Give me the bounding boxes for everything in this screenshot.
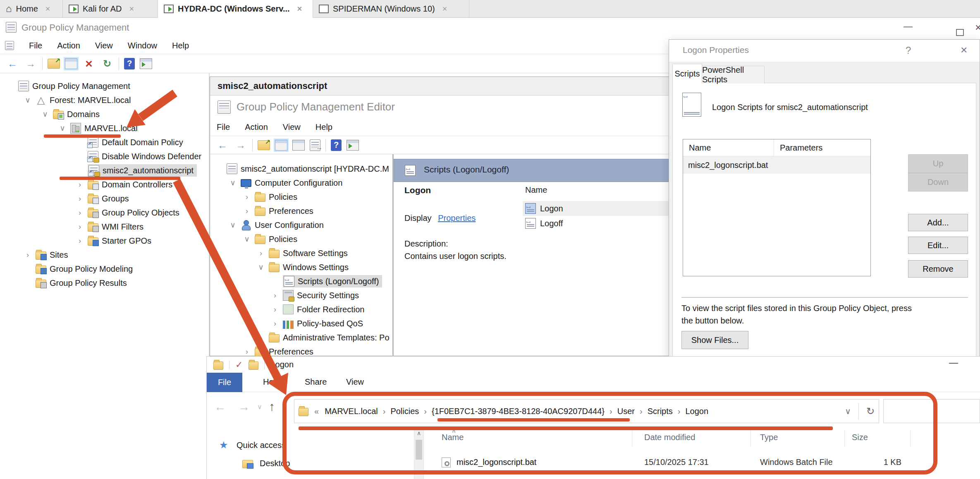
tree-item-groups[interactable]: › Groups (0, 192, 208, 206)
column-header-name[interactable]: Name (683, 139, 774, 156)
breadcrumb-segment-logon[interactable]: Logon (685, 407, 708, 416)
expander-icon[interactable]: › (256, 333, 265, 342)
menu-help[interactable]: Help (316, 122, 332, 132)
console-tab-spiderman[interactable]: SPIDERMAN (Windows 10) × (313, 0, 469, 17)
tree-item-user-configuration[interactable]: ∨ User Configuration (213, 218, 392, 232)
dialog-help-icon[interactable]: ? (906, 45, 911, 56)
close-tab-icon[interactable]: × (129, 4, 134, 14)
column-divider[interactable] (751, 430, 751, 447)
breadcrumb-overflow-chevrons[interactable]: « (314, 407, 319, 416)
tree-item-sites[interactable]: › Sites (0, 248, 208, 262)
tree-item-group-policy-results[interactable]: Group Policy Results (0, 276, 208, 290)
dialog-close-icon[interactable]: × (961, 43, 967, 57)
tree-item-group-policy-objects[interactable]: › Group Policy Objects (0, 206, 208, 220)
expander-icon[interactable]: ∨ (23, 96, 32, 105)
delete-icon[interactable]: × (82, 57, 96, 70)
expander-icon[interactable]: › (75, 223, 84, 231)
add-button[interactable]: Add... (908, 214, 968, 231)
file-row-misc2-logonscript[interactable]: misc2_logonscript.bat 15/10/2025 17:31 W… (207, 454, 980, 472)
expander-icon[interactable]: › (242, 347, 251, 356)
gpme-pane-divider[interactable] (392, 154, 394, 357)
console-tab-home[interactable]: ⌂ Home × (0, 0, 63, 17)
menu-view[interactable]: View (95, 41, 113, 50)
minimize-button[interactable]: — (949, 357, 958, 368)
tree-item-gpo-root[interactable]: smisc2_automationscript [HYDRA-DC.M (213, 162, 392, 176)
expander-icon[interactable]: ∨ (41, 110, 50, 119)
address-dropdown-icon[interactable]: ∨ (845, 406, 851, 416)
pane-list-header-name[interactable]: Name (525, 185, 547, 195)
recent-locations-icon[interactable]: ∨ (257, 403, 262, 411)
console-tab-hydra-dc[interactable]: HYDRA-DC (Windows Serv... × (158, 0, 313, 18)
table-row[interactable]: misc2_logonscript.bat (683, 156, 870, 174)
up-one-level-icon[interactable] (258, 140, 270, 150)
minimize-button[interactable]: — (904, 21, 913, 32)
quick-access-check-icon[interactable]: ✓ (235, 359, 243, 370)
forward-icon[interactable]: → (238, 400, 250, 414)
expander-icon[interactable]: ∨ (228, 220, 237, 230)
expander-icon[interactable]: › (270, 319, 280, 328)
expander-icon[interactable]: ∨ (256, 263, 265, 272)
expander-icon[interactable]: › (242, 207, 251, 216)
breadcrumb-segment-marvel-local[interactable]: MARVEL.local (325, 407, 378, 416)
tree-item-computer-preferences[interactable]: › Preferences (213, 204, 392, 218)
menu-window[interactable]: Window (128, 41, 157, 50)
new-window-icon[interactable] (347, 140, 359, 151)
column-header-size[interactable]: Size (852, 433, 868, 442)
expander-icon[interactable]: › (256, 249, 265, 258)
expander-icon[interactable]: › (75, 194, 84, 203)
tree-item-scripts-logon-logoff[interactable]: Scripts (Logon/Logoff) (213, 274, 392, 288)
breadcrumb-segment-guid[interactable]: {1F0EB7C1-3879-4BE3-8128-40AC9207D444} (432, 407, 605, 416)
tree-item-folder-redirection[interactable]: › Folder Redirection (213, 302, 392, 316)
expander-icon[interactable]: › (75, 208, 84, 217)
properties-link[interactable]: Properties (438, 213, 476, 223)
ribbon-tab-view[interactable]: View (346, 377, 364, 387)
menu-help[interactable]: Help (172, 41, 189, 50)
menu-file[interactable]: File (29, 41, 42, 50)
help-icon[interactable]: ? (124, 58, 135, 69)
column-header-type[interactable]: Type (760, 433, 778, 442)
refresh-icon[interactable]: ↻ (100, 57, 114, 70)
tree-item-wmi-filters[interactable]: › WMI Filters (0, 220, 208, 234)
column-divider[interactable] (910, 430, 911, 447)
new-window-icon[interactable] (140, 58, 152, 69)
close-button[interactable]: × (975, 21, 980, 34)
show-console-window-icon[interactable] (65, 58, 77, 69)
tree-item-disable-windows-defender[interactable]: Disable Windows Defender (0, 149, 208, 163)
tree-item-software-settings[interactable]: › Software Settings (213, 246, 392, 260)
breadcrumb-segment-user[interactable]: User (617, 407, 635, 416)
tree-item-administrative-templates[interactable]: › Administrative Templates: Po (213, 331, 392, 345)
tree-item-starter-gpos[interactable]: › Starter GPOs (0, 234, 208, 248)
expander-icon[interactable]: ∨ (228, 178, 237, 187)
tree-item-smisc2-automationscript[interactable]: smisc2_automationscript (0, 163, 208, 177)
dialog-title-bar[interactable]: Logon Properties ? × (669, 40, 980, 62)
close-tab-icon[interactable]: × (45, 4, 50, 14)
expander-icon[interactable]: › (270, 305, 280, 314)
breadcrumb-segment-scripts[interactable]: Scripts (648, 407, 673, 416)
expander-icon[interactable]: › (75, 180, 84, 189)
expander-icon[interactable]: ∨ (242, 235, 251, 244)
tree-item-user-policies[interactable]: ∨ Policies (213, 232, 392, 246)
restore-button[interactable] (956, 29, 964, 36)
tree-item-security-settings[interactable]: › Security Settings (213, 288, 392, 302)
close-tab-icon[interactable]: × (442, 4, 447, 14)
forward-icon[interactable]: → (24, 57, 37, 70)
tree-item-group-policy-management[interactable]: Group Policy Management (0, 79, 208, 93)
search-box[interactable] (883, 399, 980, 423)
ribbon-tab-share[interactable]: Share (305, 377, 327, 387)
remove-button[interactable]: Remove (908, 260, 968, 278)
expander-icon[interactable]: › (270, 291, 280, 300)
ribbon-tab-home[interactable]: Home (263, 377, 285, 387)
ribbon-tab-file[interactable]: File (207, 373, 242, 392)
tab-powershell-scripts[interactable]: PowerShell Scripts (702, 66, 765, 84)
folder-icon[interactable] (249, 362, 258, 370)
breadcrumb-segment-policies[interactable]: Policies (390, 407, 419, 416)
up-icon[interactable]: ↑ (269, 400, 275, 414)
address-bar[interactable]: « MARVEL.local › Policies › {1F0EB7C1-38… (294, 399, 879, 423)
column-divider[interactable] (632, 430, 632, 447)
column-divider[interactable] (844, 430, 845, 447)
tree-item-marvel-local[interactable]: ∨ MARVEL.local (0, 121, 208, 135)
console-tab-kali[interactable]: Kali for AD × (63, 0, 158, 17)
expander-icon[interactable]: › (242, 193, 251, 201)
export-list-icon[interactable]: → (310, 139, 320, 151)
back-icon[interactable]: ← (216, 139, 229, 152)
